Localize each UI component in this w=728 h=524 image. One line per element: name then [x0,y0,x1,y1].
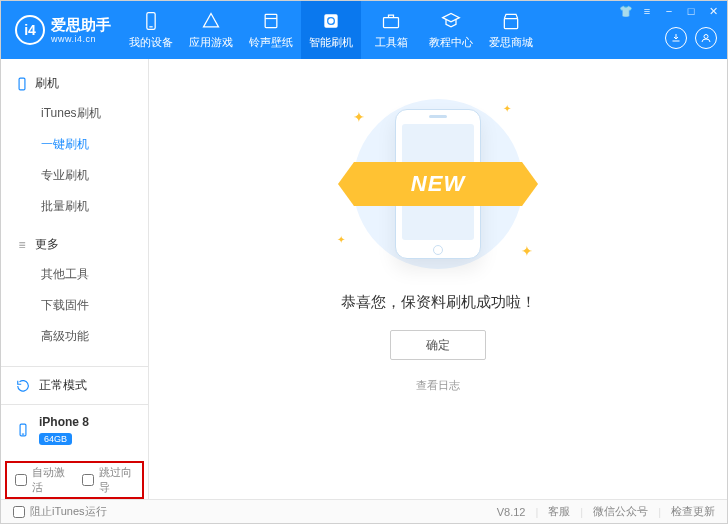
mode-label: 正常模式 [39,377,87,394]
checkbox-label: 自动激活 [32,465,68,495]
refresh-icon [15,378,31,394]
menu-icon[interactable]: ≡ [641,5,653,17]
app-logo: i4 爱思助手 www.i4.cn [1,15,121,45]
skip-guide-checkbox[interactable]: 跳过向导 [82,465,135,495]
tab-flash[interactable]: 智能刷机 [301,1,361,59]
wechat-link[interactable]: 微信公众号 [593,504,648,519]
sidebar-item-advanced[interactable]: 高级功能 [1,321,148,352]
apps-icon [201,11,221,31]
tab-label: 爱思商城 [489,35,533,50]
minimize-icon[interactable]: − [663,5,675,17]
new-ribbon: NEW [338,162,538,206]
support-link[interactable]: 客服 [548,504,570,519]
main-content: NEW ✦ ✦ ✦ ✦ 恭喜您，保资料刷机成功啦！ 确定 查看日志 [149,59,727,499]
mode-row[interactable]: 正常模式 [1,367,148,405]
flash-icon [321,11,341,31]
app-header: i4 爱思助手 www.i4.cn 我的设备 应用游戏 铃声壁纸 智能刷机 工具… [1,1,727,59]
svg-rect-8 [19,78,25,90]
tab-ringtone[interactable]: 铃声壁纸 [241,1,301,59]
skin-icon[interactable]: 👕 [619,5,631,17]
group-title: 刷机 [35,75,59,92]
sidebar-item-oneclick-flash[interactable]: 一键刷机 [1,129,148,160]
shop-icon [501,11,521,31]
tab-apps[interactable]: 应用游戏 [181,1,241,59]
checkbox-label: 跳过向导 [99,465,135,495]
maximize-icon[interactable]: □ [685,5,697,17]
tutorial-icon [441,11,461,31]
sparkle-icon: ✦ [337,234,345,245]
tab-label: 教程中心 [429,35,473,50]
download-button[interactable] [665,27,687,49]
ok-button[interactable]: 确定 [390,330,486,360]
svg-point-7 [704,35,708,39]
sparkle-icon: ✦ [503,103,511,114]
tab-label: 智能刷机 [309,35,353,50]
sidebar-item-itunes-flash[interactable]: iTunes刷机 [1,98,148,129]
tab-label: 工具箱 [375,35,408,50]
version-label: V8.12 [497,506,526,518]
sidebar-item-other-tools[interactable]: 其他工具 [1,259,148,290]
device-storage-badge: 64GB [39,433,72,445]
success-message: 恭喜您，保资料刷机成功啦！ [341,293,536,312]
tab-label: 铃声壁纸 [249,35,293,50]
sidebar-group-flash[interactable]: 刷机 [1,69,148,98]
toolbox-icon [381,11,401,31]
tab-shop[interactable]: 爱思商城 [481,1,541,59]
tab-label: 应用游戏 [189,35,233,50]
sidebar: 刷机 iTunes刷机 一键刷机 专业刷机 批量刷机 ≡ 更多 其他工具 下载固… [1,59,149,499]
brand-name: 爱思助手 [51,16,111,34]
ringtone-icon [261,11,281,31]
highlight-box: 自动激活 跳过向导 [5,461,144,499]
device-icon [15,422,31,438]
group-title: 更多 [35,236,59,253]
auto-activate-checkbox[interactable]: 自动激活 [15,465,68,495]
brand-site: www.i4.cn [51,34,111,45]
sidebar-item-download-firmware[interactable]: 下载固件 [1,290,148,321]
sparkle-icon: ✦ [521,243,533,259]
success-illustration: NEW ✦ ✦ ✦ ✦ [323,99,553,269]
sidebar-item-pro-flash[interactable]: 专业刷机 [1,160,148,191]
sparkle-icon: ✦ [353,109,365,125]
svg-rect-6 [504,18,517,28]
tab-label: 我的设备 [129,35,173,50]
menu-small-icon: ≡ [15,238,29,252]
view-log-link[interactable]: 查看日志 [416,378,460,393]
tab-my-device[interactable]: 我的设备 [121,1,181,59]
sidebar-item-batch-flash[interactable]: 批量刷机 [1,191,148,222]
tab-tutorial[interactable]: 教程中心 [421,1,481,59]
phone-small-icon [15,77,29,91]
check-update-link[interactable]: 检查更新 [671,504,715,519]
footer: 阻止iTunes运行 V8.12 | 客服 | 微信公众号 | 检查更新 [1,499,727,523]
account-button[interactable] [695,27,717,49]
tab-toolbox[interactable]: 工具箱 [361,1,421,59]
checkbox-label: 阻止iTunes运行 [30,504,107,519]
svg-rect-5 [384,17,399,27]
block-itunes-checkbox[interactable]: 阻止iTunes运行 [13,504,107,519]
device-name: iPhone 8 [39,415,89,429]
logo-badge: i4 [15,15,45,45]
svg-rect-2 [265,14,277,27]
device-row[interactable]: iPhone 8 64GB [1,405,148,455]
sidebar-group-more[interactable]: ≡ 更多 [1,230,148,259]
phone-icon [141,11,161,31]
close-icon[interactable]: ✕ [707,5,719,17]
svg-rect-4 [324,14,337,27]
